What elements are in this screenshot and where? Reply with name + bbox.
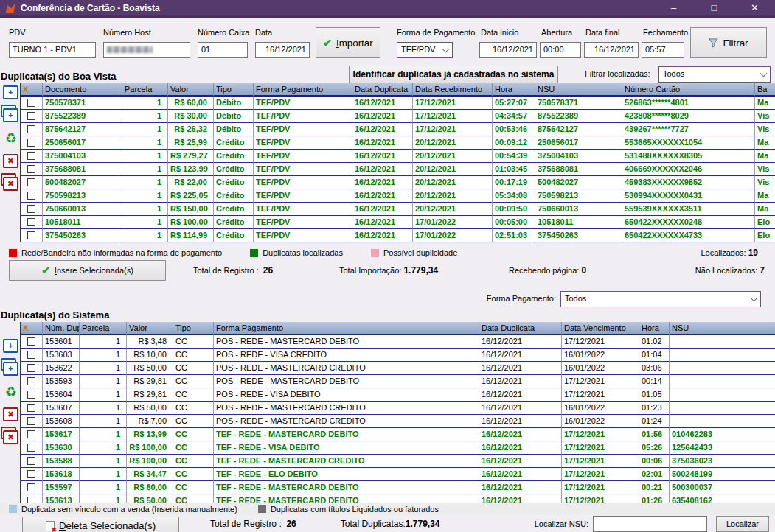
table-row[interactable]: 153601 1 R$ 3,48 CC POS - REDE - MASTERC…: [21, 335, 775, 349]
delete-multiple-icon-button[interactable]: ✖: [1, 176, 18, 191]
col-numero-cartao[interactable]: Número Cartão: [622, 83, 755, 97]
maximize-icon[interactable]: □: [694, 0, 734, 15]
numero-caixa-input[interactable]: 01: [198, 42, 248, 58]
col-documento[interactable]: Documento: [43, 83, 122, 97]
table-row[interactable]: 153604 1 R$ 29,81 CC POS - REDE - VISA D…: [21, 388, 775, 402]
fechamento-input[interactable]: 05:57: [642, 42, 684, 58]
table-row[interactable]: 375688081 1 R$ 123,99 Crédito TEF/PDV 16…: [21, 163, 775, 176]
filtrar-button[interactable]: Filtrar: [690, 27, 767, 58]
row-checkbox[interactable]: [27, 444, 35, 452]
col-nsu[interactable]: NSU: [535, 83, 622, 97]
minimize-icon[interactable]: –: [653, 0, 694, 15]
data-input[interactable]: 16/12/2021: [255, 42, 310, 58]
row-checkbox[interactable]: [27, 218, 35, 226]
data-final-input[interactable]: 16/12/2021: [584, 42, 639, 58]
row-checkbox[interactable]: [27, 483, 35, 491]
table-row[interactable]: 750660013 1 R$ 150,00 Crédito TEF/PDV 16…: [21, 203, 775, 216]
localizar-button[interactable]: Localizar: [716, 516, 769, 532]
table-row[interactable]: 153588 1 R$ 100,00 CC TEF - REDE - MASTE…: [21, 455, 775, 468]
table-row[interactable]: 10518011 1 R$ 100,00 Crédito TEF/PDV 16/…: [21, 216, 775, 229]
row-checkbox[interactable]: [27, 152, 35, 160]
row-checkbox[interactable]: [27, 457, 35, 465]
table-row[interactable]: 153603 1 R$ 10,00 CC POS - REDE - VISA C…: [21, 349, 775, 362]
table-row[interactable]: 153607 1 R$ 50,00 CC POS - REDE - MASTER…: [21, 402, 775, 415]
col-x[interactable]: X: [21, 322, 43, 335]
table-row[interactable]: 375004103 1 R$ 279,27 Crédito TEF/PDV 16…: [21, 150, 775, 163]
col-nsu[interactable]: NSU: [670, 322, 775, 335]
col-data-duplicata[interactable]: Data Duplicata: [479, 322, 562, 335]
delete-row-icon-button[interactable]: ✖: [1, 153, 18, 168]
row-checkbox[interactable]: [27, 337, 35, 346]
row-checkbox[interactable]: [27, 470, 35, 478]
row-checkbox[interactable]: [27, 178, 35, 186]
close-icon[interactable]: ✕: [734, 0, 775, 15]
col-bandeira[interactable]: Ba: [755, 83, 775, 97]
col-forma-pagamento[interactable]: Forma Pagamento: [214, 322, 479, 335]
col-tipo[interactable]: Tipo: [214, 83, 254, 97]
table-row[interactable]: 750578371 1 R$ 60,00 Débito TEF/PDV 16/1…: [21, 97, 775, 110]
table-row[interactable]: 153597 1 R$ 60,00 CC TEF - REDE - MASTER…: [21, 481, 775, 494]
row-checkbox[interactable]: [27, 430, 35, 438]
row-checkbox[interactable]: [27, 139, 35, 147]
col-data-duplicata[interactable]: Data Duplicata: [352, 83, 413, 97]
delete-row-icon-button[interactable]: ✖: [1, 407, 18, 421]
table-row[interactable]: 153617 1 R$ 13,99 CC TEF - REDE - MASTER…: [21, 428, 775, 441]
forma-pagamento-select[interactable]: TEF/PDV: [397, 42, 453, 58]
row-checkbox[interactable]: [27, 417, 35, 425]
col-valor[interactable]: Valor: [168, 83, 214, 97]
row-checkbox[interactable]: [27, 377, 35, 385]
table-row[interactable]: 250656017 1 R$ 25,99 Crédito TEF/PDV 16/…: [21, 136, 775, 150]
row-checkbox[interactable]: [27, 391, 35, 399]
col-tipo[interactable]: Tipo: [173, 322, 214, 335]
row-checkbox[interactable]: [27, 364, 35, 372]
refresh-icon-button[interactable]: ♻: [1, 384, 18, 399]
filtrar-localizadas-select[interactable]: Todos: [658, 66, 771, 83]
col-forma-pagamento[interactable]: Forma Pagamento: [254, 83, 352, 97]
row-checkbox[interactable]: [27, 192, 35, 200]
deleta-selecionadas-button[interactable]: ✖ Deleta Selecionada(s): [22, 517, 179, 532]
identificar-duplicatas-button[interactable]: Identificar duplicatas já cadastradas no…: [349, 66, 558, 83]
table-row[interactable]: 875522389 1 R$ 30,00 Débito TEF/PDV 16/1…: [21, 110, 775, 123]
table-row[interactable]: 375450263 1 R$ 114,99 Crédito TEF/PDV 16…: [21, 229, 775, 242]
refresh-icon-button[interactable]: ♻: [1, 130, 18, 145]
pdv-input[interactable]: TURNO 1 - PDV1: [9, 42, 96, 58]
row-checkbox[interactable]: [27, 231, 35, 239]
col-x[interactable]: X: [21, 83, 43, 97]
row-checkbox[interactable]: [27, 112, 35, 120]
delete-multiple-icon-button[interactable]: ✖: [1, 430, 18, 444]
cell-parcela: 1: [122, 136, 168, 150]
col-hora[interactable]: Hora: [639, 322, 670, 335]
table-row[interactable]: 153593 1 R$ 29,81 CC POS - REDE - MASTER…: [21, 375, 775, 388]
row-checkbox[interactable]: [27, 99, 35, 107]
table-row[interactable]: 750598213 1 R$ 225,05 Crédito TEF/PDV 16…: [21, 189, 775, 203]
insert-row-icon-button[interactable]: +: [1, 338, 18, 353]
data-inicio-input[interactable]: 16/12/2021: [479, 42, 537, 58]
insert-row-icon-button[interactable]: +: [1, 85, 18, 99]
insert-multiple-icon-button[interactable]: +: [1, 361, 18, 376]
row-checkbox[interactable]: [27, 205, 35, 213]
abertura-input[interactable]: 00:00: [540, 42, 581, 58]
localizar-nsu-input[interactable]: [593, 516, 707, 532]
col-parcela[interactable]: Parcela: [122, 83, 168, 97]
insere-selecionadas-button[interactable]: ✔ Insere Selecionada(s): [9, 260, 166, 281]
table-row[interactable]: 153622 1 R$ 50,00 CC POS - REDE - MASTER…: [21, 362, 775, 375]
importar-button[interactable]: ✔ Importar: [316, 27, 380, 58]
row-checkbox[interactable]: [27, 404, 35, 412]
numero-host-input[interactable]: [103, 42, 190, 58]
row-checkbox[interactable]: [27, 125, 35, 133]
sistema-forma-pagamento-select[interactable]: Todos: [560, 291, 761, 307]
col-data-vencimento[interactable]: Data Vencimento: [562, 322, 639, 335]
insert-multiple-icon-button[interactable]: +: [1, 108, 18, 122]
table-row[interactable]: 153608 1 R$ 7,00 CC POS - REDE - MASTERC…: [21, 415, 775, 428]
col-hora[interactable]: Hora: [493, 83, 535, 97]
table-row[interactable]: 153630 1 R$ 100,00 CC TEF - REDE - VISA …: [21, 441, 775, 455]
col-num-duplicata[interactable]: Núm. Duplica: [43, 322, 80, 335]
table-row[interactable]: 500482027 1 R$ 22,00 Crédito TEF/PDV 16/…: [21, 176, 775, 189]
table-row[interactable]: 153618 1 R$ 34,47 CC TEF - REDE - ELO DE…: [21, 468, 775, 481]
col-parcela[interactable]: Parcela: [80, 322, 127, 335]
col-valor[interactable]: Valor: [127, 322, 173, 335]
row-checkbox[interactable]: [27, 165, 35, 173]
table-row[interactable]: 875642127 1 R$ 26,32 Débito TEF/PDV 16/1…: [21, 123, 775, 136]
col-data-recebimento[interactable]: Data Recebimento: [413, 83, 493, 97]
row-checkbox[interactable]: [27, 351, 35, 359]
